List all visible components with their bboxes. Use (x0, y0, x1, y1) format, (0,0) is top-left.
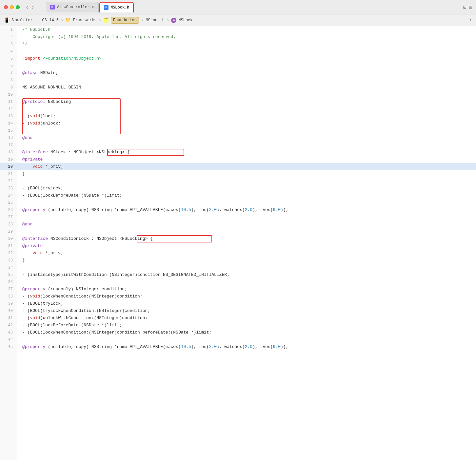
line-11: 11 (0, 98, 17, 105)
close-button[interactable] (4, 5, 8, 9)
code-line-22 (17, 178, 476, 185)
nav-arrows: ‹ › (25, 4, 35, 11)
forward-button[interactable]: › (30, 4, 35, 11)
code-line-34 (17, 264, 476, 271)
breadcrumb-nslock-h[interactable]: NSLock.h (146, 18, 165, 23)
tab-nslock[interactable]: h NSLock.h (99, 2, 134, 12)
code-line-16: @end (17, 134, 476, 142)
sep3: › (141, 18, 144, 23)
code-line-11: @protocol NSLocking (17, 98, 476, 105)
line-38: 38 (0, 293, 17, 300)
breadcrumb-simulator[interactable]: Simulator - iOS 14.5 (11, 18, 59, 23)
line-42: 42 (0, 322, 17, 329)
code-line-30: @interface NSConditionLock : NSObject <N… (17, 235, 476, 242)
line-45: 45 (0, 343, 17, 351)
line-41: 41 (0, 315, 17, 322)
code-line-41: - (void)unlockWithCondition:(NSInteger)c… (17, 315, 476, 322)
code-line-27 (17, 214, 476, 221)
line-43: 43 (0, 329, 17, 336)
code-line-33: } (17, 257, 476, 264)
layout-icon[interactable]: ▤ (469, 4, 472, 10)
line-39: 39 (0, 300, 17, 307)
code-line-10 (17, 91, 476, 98)
line-8: 8 (0, 77, 17, 84)
line-44: 44 (0, 336, 17, 343)
code-line-4 (17, 48, 476, 55)
tab-viewcontroller[interactable]: m ViewController.m (46, 2, 99, 12)
code-line-24: - (BOOL)lockBeforeDate:(NSDate *)limit; (17, 192, 476, 199)
line-5: 5 (0, 55, 17, 62)
line-25: 25 (0, 199, 17, 206)
line-23: 23 (0, 185, 17, 192)
breadcrumb-frameworks[interactable]: Frameworks (73, 18, 96, 23)
line-13: 13 (0, 113, 17, 120)
line-4: 4 (0, 48, 17, 55)
code-line-31: @private (17, 242, 476, 250)
line-35: 35 (0, 271, 17, 278)
title-bar: ‹ › m ViewController.m h NSLock.h ⊞ ▤ (0, 0, 476, 14)
tab-bar: m ViewController.m h NSLock.h (46, 2, 461, 12)
line-34: 34 (0, 264, 17, 271)
code-line-42: - (BOOL)lockBeforeDate:(NSDate *)limit; (17, 322, 476, 329)
back-button[interactable]: ‹ (25, 4, 29, 11)
code-line-26: @property (nullable, copy) NSString *nam… (17, 206, 476, 214)
maximize-button[interactable] (16, 5, 20, 9)
line-12: 12 (0, 105, 17, 113)
code-line-39: - (BOOL)tryLock; (17, 300, 476, 307)
line-3: 3 (0, 41, 17, 48)
code-line-23: - (BOOL)tryLock; (17, 185, 476, 192)
breadcrumb: 📱 Simulator - iOS 14.5 › 📁 Frameworks › … (0, 14, 476, 26)
line-21: 21 (0, 170, 17, 178)
line-24: 24 (0, 192, 17, 199)
line-2: 2 (0, 33, 17, 41)
code-line-32: void *_priv; (17, 250, 476, 257)
line-14: 14 (0, 120, 17, 127)
tab-label-viewcontroller: ViewController.m (57, 5, 94, 10)
tab-icon-m: m (50, 5, 55, 10)
code-line-44 (17, 336, 476, 343)
breadcrumb-foundation[interactable]: Foundation (111, 17, 139, 24)
window-controls (4, 5, 20, 9)
collapse-button[interactable]: ‹ (469, 17, 472, 23)
sep4: › (167, 18, 169, 23)
code-line-2: Copyright (c) 1994-2019, Apple Inc. All … (17, 33, 476, 41)
code-line-12 (17, 105, 476, 113)
line-18: 18 (0, 149, 17, 156)
line-31: 31 (0, 242, 17, 250)
toolbar-right: ⊞ ▤ (463, 4, 472, 10)
line-26: 26 (0, 206, 17, 214)
line-28: 28 (0, 221, 17, 228)
code-line-19: @private (17, 156, 476, 163)
code-line-21: } (17, 170, 476, 178)
line-1: 1 (0, 26, 17, 33)
frameworks-folder-icon: 📁 (65, 17, 71, 23)
grid-icon[interactable]: ⊞ (463, 4, 466, 10)
line-20: 20 (0, 163, 17, 170)
line-6: 6 (0, 62, 17, 69)
code-area[interactable]: /* NSLock.h Copyright (c) 1994-2019, App… (17, 26, 476, 460)
code-line-29 (17, 228, 476, 235)
tab-icon-h: h (104, 5, 109, 10)
code-line-37: @property (readonly) NSInteger condition… (17, 286, 476, 293)
minimize-button[interactable] (10, 5, 14, 9)
foundation-folder-icon: 🗂️ (103, 17, 109, 23)
code-line-13: - (void)lock; (17, 113, 476, 120)
code-line-7: @class NSDate; (17, 69, 476, 77)
code-line-38: - (void)lockWhenCondition:(NSInteger)con… (17, 293, 476, 300)
code-line-6 (17, 62, 476, 69)
line-30: 30 (0, 235, 17, 242)
sep1: › (61, 18, 63, 23)
code-line-35: - (instancetype)initWithCondition:(NSInt… (17, 271, 476, 278)
line-17: 17 (0, 142, 17, 149)
line-37: 37 (0, 286, 17, 293)
class-icon: C (171, 18, 176, 23)
breadcrumb-nslock-class[interactable]: NSLock (178, 18, 192, 23)
code-line-1: /* NSLock.h (17, 26, 476, 33)
line-9: 9 (0, 84, 17, 91)
simulator-icon: 📱 (4, 17, 10, 23)
sep2: › (98, 18, 101, 23)
code-line-9: NS_ASSUME_NONNULL_BEGIN (17, 84, 476, 91)
code-line-43: - (BOOL)lockWhenCondition:(NSInteger)con… (17, 329, 476, 336)
line-16: 16 (0, 134, 17, 142)
line-15: 15 (0, 127, 17, 134)
